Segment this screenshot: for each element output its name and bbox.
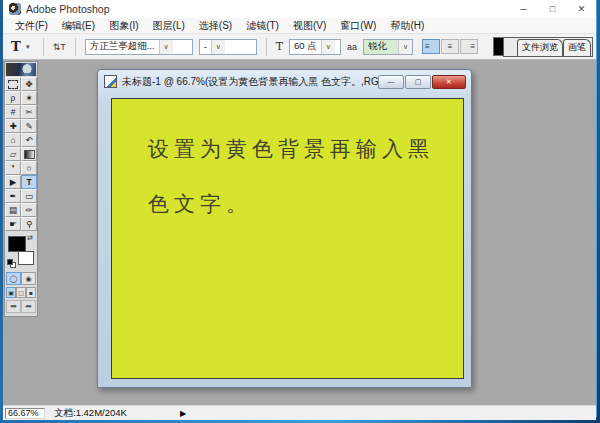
document-icon <box>104 75 117 88</box>
document-minimize-button[interactable]: — <box>378 75 404 89</box>
tool-options-bar: T ▼ ⇅T 方正兰亭超细... ∨ - ∨ T 60 点 ∨ aa 锐化 <box>3 34 596 60</box>
jump-icon-left[interactable]: ➥ <box>6 300 21 313</box>
tool-magic-wand[interactable]: ✶ <box>21 91 37 105</box>
tool-slice[interactable]: ✂ <box>21 105 37 119</box>
font-size-icon: T <box>276 40 283 53</box>
tool-type-selected[interactable]: T <box>21 175 37 189</box>
separator <box>266 38 267 56</box>
menu-filter[interactable]: 滤镜(T) <box>239 19 286 33</box>
tool-blur[interactable]: ❜ <box>5 161 21 175</box>
adobe-banner[interactable] <box>6 63 36 76</box>
standard-screen-button[interactable]: ▣ <box>6 287 16 298</box>
tool-grid: ✥ ρ ✶ # ✂ ✚ ✎ ⌂ ↶ ▱ ❜ ○ ▶ T ✒ ▭ <box>5 77 37 231</box>
tool-gradient[interactable] <box>21 147 37 161</box>
tool-pen[interactable]: ✒ <box>5 189 21 203</box>
photoshop-window: Adobe Photoshop ─ □ ✕ 文件(F) 编辑(E) 图象(I) … <box>3 0 597 417</box>
jump-icon-right[interactable]: ➦ <box>21 300 36 313</box>
close-button[interactable]: ✕ <box>567 0 596 18</box>
font-family-select[interactable]: 方正兰亭超细... ∨ <box>85 39 193 55</box>
title-bar: Adobe Photoshop ─ □ ✕ <box>3 0 596 18</box>
document-size-info: 文档:1.42M/204K <box>54 407 127 420</box>
menu-file[interactable]: 文件(F) <box>8 19 55 33</box>
tool-crop[interactable]: # <box>5 105 21 119</box>
tab-file-browser[interactable]: 文件浏览 <box>517 39 563 56</box>
canvas-text-layer: 设置为黄色背景再输入黑 色文字。 <box>112 99 463 231</box>
anti-alias-icon: aa <box>347 42 357 52</box>
separator <box>75 38 76 56</box>
document-window-controls: — ▢ ✕ <box>378 75 466 89</box>
chevron-down-icon: ∨ <box>211 40 225 54</box>
screen-mode-buttons: ▣ ▢ ■ <box>5 287 37 298</box>
menu-window[interactable]: 窗口(W) <box>333 19 383 33</box>
document-window: 未标题-1 @ 66.7%(设置为黄色背景再输入黑 色文字。,RGB) — ▢ … <box>97 69 472 388</box>
tool-path-selection[interactable]: ▶ <box>5 175 21 189</box>
canvas-text-line-1: 设置为黄色背景再输入黑 <box>148 121 463 176</box>
separator <box>43 38 44 56</box>
window-controls: ─ □ ✕ <box>509 0 596 18</box>
tab-brushes[interactable]: 画笔 <box>563 39 591 56</box>
edit-mode-buttons: ◯ ◉ <box>5 272 37 285</box>
fullscreen-menubar-button[interactable]: ▢ <box>16 287 26 298</box>
toolbox-palette: ✥ ρ ✶ # ✂ ✚ ✎ ⌂ ↶ ▱ ❜ ○ ▶ T ✒ ▭ <box>4 61 38 317</box>
swap-colors-icon[interactable]: ⇄ <box>27 234 33 242</box>
maximize-button[interactable]: □ <box>538 0 567 18</box>
tool-zoom[interactable]: ⚲ <box>21 217 37 231</box>
tool-brush[interactable]: ✎ <box>21 119 37 133</box>
font-family-value: 方正兰亭超细... <box>86 40 159 54</box>
standard-mode-button[interactable]: ◯ <box>6 272 21 285</box>
status-expander-icon[interactable]: ▶ <box>180 409 186 418</box>
window-title: Adobe Photoshop <box>26 3 509 15</box>
document-close-button[interactable]: ✕ <box>432 75 466 89</box>
anti-alias-value: 锐化 <box>364 40 398 54</box>
chevron-down-icon: ▼ <box>25 44 31 50</box>
anti-alias-select[interactable]: 锐化 ∨ <box>363 39 413 55</box>
canvas[interactable]: 设置为黄色背景再输入黑 色文字。 <box>111 98 464 379</box>
status-bar: 66.67% 文档:1.42M/204K ▶ <box>3 405 596 420</box>
text-orientation-icon[interactable]: ⇅T <box>53 42 66 52</box>
font-size-select[interactable]: 60 点 ∨ <box>289 39 341 55</box>
menu-select[interactable]: 选择(S) <box>192 19 239 33</box>
tool-hand[interactable]: ☛ <box>5 217 21 231</box>
tool-lasso[interactable]: ρ <box>5 91 21 105</box>
default-colors-icon[interactable] <box>7 259 15 267</box>
document-title: 未标题-1 @ 66.7%(设置为黄色背景再输入黑 色文字。,RGB) <box>122 75 378 89</box>
align-center-button[interactable]: ≡ <box>441 39 459 54</box>
chevron-down-icon: ∨ <box>321 40 335 54</box>
menu-layer[interactable]: 图层(L) <box>146 19 192 33</box>
zoom-level-input[interactable]: 66.67% <box>5 408 45 419</box>
tool-preset-picker[interactable]: T ▼ <box>11 39 31 54</box>
document-title-bar[interactable]: 未标题-1 @ 66.7%(设置为黄色背景再输入黑 色文字。,RGB) — ▢ … <box>98 70 471 93</box>
tool-eraser[interactable]: ▱ <box>5 147 21 161</box>
font-size-value: 60 点 <box>290 40 321 54</box>
type-tool-icon: T <box>11 39 21 54</box>
tool-rectangular-marquee[interactable] <box>5 77 21 91</box>
menu-bar: 文件(F) 编辑(E) 图象(I) 图层(L) 选择(S) 滤镜(T) 视图(V… <box>3 18 596 34</box>
tool-notes[interactable]: ▤ <box>5 203 21 217</box>
menu-help[interactable]: 帮助(H) <box>383 19 431 33</box>
menu-view[interactable]: 视图(V) <box>286 19 333 33</box>
tool-dodge[interactable]: ○ <box>21 161 37 175</box>
menu-image[interactable]: 图象(I) <box>102 19 145 33</box>
font-style-value: - <box>200 40 211 54</box>
fullscreen-button[interactable]: ■ <box>26 287 36 298</box>
jump-to-imageready: ➥ ➦ <box>5 300 37 313</box>
tool-eyedropper[interactable]: ✑ <box>21 203 37 217</box>
chevron-down-icon: ∨ <box>159 40 173 54</box>
tool-clone-stamp[interactable]: ⌂ <box>5 133 21 147</box>
background-color-swatch[interactable] <box>18 251 34 265</box>
document-maximize-button[interactable]: ▢ <box>405 75 431 89</box>
tool-shape[interactable]: ▭ <box>21 189 37 203</box>
align-right-button[interactable]: ≡ <box>460 39 478 54</box>
chevron-down-icon: ∨ <box>398 40 412 54</box>
menu-edit[interactable]: 编辑(E) <box>55 19 102 33</box>
foreground-color-swatch[interactable] <box>8 236 26 252</box>
color-selector: ⇄ <box>5 234 37 270</box>
quick-mask-mode-button[interactable]: ◉ <box>21 272 36 285</box>
font-style-select[interactable]: - ∨ <box>199 39 257 55</box>
tool-history-brush[interactable]: ↶ <box>21 133 37 147</box>
tool-healing-brush[interactable]: ✚ <box>5 119 21 133</box>
desktop-background: Adobe Photoshop ─ □ ✕ 文件(F) 编辑(E) 图象(I) … <box>0 0 600 423</box>
align-left-button[interactable]: ≡ <box>422 39 440 54</box>
minimize-button[interactable]: ─ <box>509 0 538 18</box>
tool-move[interactable]: ✥ <box>21 77 37 91</box>
